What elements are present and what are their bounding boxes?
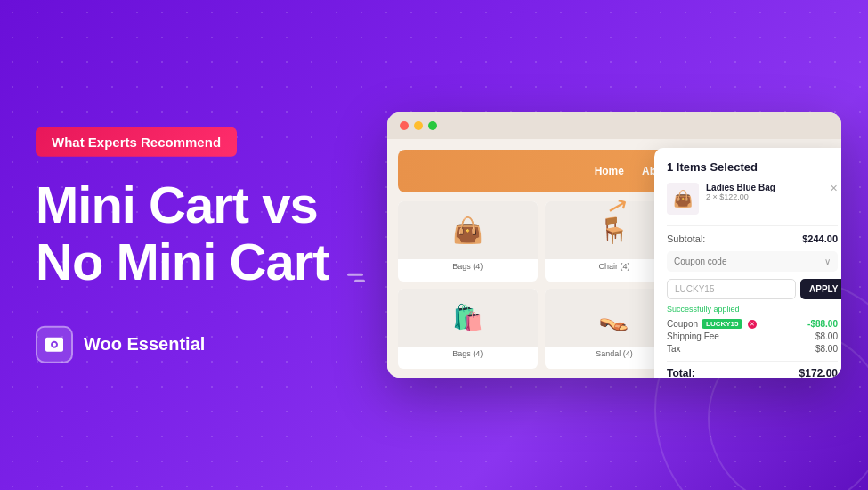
apply-button[interactable]: APPLY bbox=[800, 279, 841, 299]
nav-home[interactable]: Home bbox=[595, 165, 624, 177]
cart-item-thumbnail: 👜 bbox=[667, 183, 699, 215]
shipping-label: Shipping Fee bbox=[667, 331, 719, 341]
subtotal-value: $244.00 bbox=[802, 233, 838, 244]
subtotal-label: Subtotal: bbox=[667, 233, 705, 244]
coupon-discount-value: -$88.00 bbox=[807, 319, 838, 329]
total-value: $172.00 bbox=[799, 367, 838, 378]
coupon-fee-label: Coupon LUCKY15 ✕ bbox=[667, 319, 757, 329]
title-line2: No Mini Cart bbox=[36, 233, 329, 290]
product-label-3: Bags (4) bbox=[398, 347, 538, 361]
shipping-value: $8.00 bbox=[815, 331, 838, 341]
tax-label: Tax bbox=[667, 344, 681, 354]
product-img-0: 👜 bbox=[398, 201, 538, 259]
cart-item-price: 2 × $122.00 bbox=[706, 192, 823, 201]
browser-content: Home About Service Blog 🛒 1 👜 Bags (4) 🪑… bbox=[387, 139, 841, 378]
total-row: Total: $172.00 bbox=[667, 361, 838, 378]
mini-cart-popup: 1 Items Selected 👜 Ladies Blue Bag 2 × $… bbox=[654, 148, 841, 378]
left-section: What Experts Recommend Mini Cart vs No M… bbox=[36, 127, 392, 363]
brand-name: Woo Essential bbox=[84, 334, 205, 355]
tax-row: Tax $8.00 bbox=[667, 344, 838, 354]
tax-value: $8.00 bbox=[815, 344, 838, 354]
coupon-toggle-row[interactable]: Coupon code ∨ bbox=[667, 251, 838, 272]
cart-divider bbox=[667, 225, 838, 226]
brand-icon bbox=[36, 325, 73, 363]
browser-dot-red bbox=[400, 121, 409, 130]
coupon-discount-row: Coupon LUCKY15 ✕ -$88.00 bbox=[667, 319, 838, 329]
coupon-input[interactable] bbox=[667, 279, 796, 299]
coupon-input-row: APPLY bbox=[667, 279, 838, 299]
coupon-code-tag: LUCKY15 bbox=[702, 319, 742, 329]
badge-label: What Experts Recommend bbox=[36, 127, 237, 157]
right-section: Home About Service Blog 🛒 1 👜 Bags (4) 🪑… bbox=[387, 112, 841, 378]
product-label-0: Bags (4) bbox=[398, 259, 538, 274]
shipping-row: Shipping Fee $8.00 bbox=[667, 331, 838, 341]
coupon-label: Coupon code bbox=[674, 257, 727, 266]
list-item[interactable]: 👜 Bags (4) bbox=[398, 201, 538, 282]
browser-dot-yellow bbox=[414, 121, 423, 130]
total-label: Total: bbox=[667, 367, 695, 378]
chevron-down-icon: ∨ bbox=[824, 257, 831, 266]
mini-cart-title: 1 Items Selected bbox=[667, 160, 838, 174]
main-title: Mini Cart vs No Mini Cart bbox=[36, 176, 392, 290]
brand-row: Woo Essential bbox=[36, 325, 392, 363]
browser-dot-green bbox=[428, 121, 437, 130]
title-line1: Mini Cart vs bbox=[36, 176, 318, 233]
cart-item-row: 👜 Ladies Blue Bag 2 × $122.00 ✕ bbox=[667, 183, 838, 215]
cart-item-close-button[interactable]: ✕ bbox=[830, 183, 838, 194]
browser-window: Home About Service Blog 🛒 1 👜 Bags (4) 🪑… bbox=[387, 112, 841, 378]
success-text: Successfully applied bbox=[667, 305, 838, 314]
subtotal-row: Subtotal: $244.00 bbox=[667, 233, 838, 244]
coupon-remove-icon[interactable]: ✕ bbox=[748, 320, 757, 329]
list-item[interactable]: 🛍️ Bags (4) bbox=[398, 289, 538, 369]
browser-bar bbox=[387, 112, 841, 139]
cart-item-info: Ladies Blue Bag 2 × $122.00 bbox=[706, 183, 823, 201]
product-img-3: 🛍️ bbox=[398, 289, 538, 347]
cart-item-name: Ladies Blue Bag bbox=[706, 183, 823, 192]
